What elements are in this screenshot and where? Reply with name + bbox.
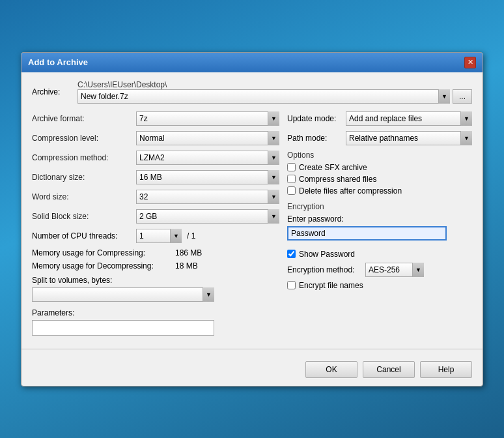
word-size-control[interactable]: 32 ▼ [136,190,279,204]
compression-method-row: Compression method: LZMA2 ▼ [32,151,279,165]
path-mode-control[interactable]: Relative pathnames ▼ [346,131,472,145]
browse-button[interactable]: ... [453,89,472,104]
dictionary-size-row: Dictionary size: 16 MB ▼ [32,170,279,184]
options-section: Options Create SFX archive Compress shar… [287,151,472,196]
cpu-threads-suffix: / 1 [187,231,195,241]
parameters-section: Parameters: [32,308,279,336]
encrypt-filenames-row: Encrypt file names [287,281,472,290]
solid-block-size-label: Solid Block size: [32,212,136,221]
encryption-method-control[interactable]: AES-256 ▼ [365,263,424,277]
cancel-button[interactable]: Cancel [363,361,415,378]
create-sfx-checkbox[interactable] [287,163,296,171]
cpu-threads-label: Number of CPU threads: [32,231,136,241]
encrypt-filenames-checkbox[interactable] [287,281,296,289]
compress-shared-label: Compress shared files [299,175,376,184]
memory-compress-label: Memory usage for Compressing: [32,248,175,257]
show-password-checkbox[interactable] [287,250,296,258]
update-mode-control[interactable]: Add and replace files ▼ [346,111,472,126]
parameters-input[interactable] [32,320,214,336]
dictionary-size-control[interactable]: 16 MB ▼ [136,170,279,184]
archive-format-row: Archive format: 7z ▼ [32,111,279,126]
delete-after-label: Delete files after compression [299,186,402,196]
ok-button[interactable]: OK [305,361,357,378]
main-content: Archive format: 7z ▼ Compression level: … [32,111,472,336]
word-size-row: Word size: 32 ▼ [32,190,279,204]
enter-password-label: Enter password: [287,214,472,224]
show-password-row: Show Password [287,250,472,259]
archive-format-control[interactable]: 7z ▼ [136,111,279,126]
update-mode-label: Update mode: [287,114,346,123]
memory-decompress-label: Memory usage for Decompressing: [32,261,175,270]
create-sfx-label: Create SFX archive [299,163,367,172]
compression-method-select[interactable]: LZMA2 [136,151,279,165]
encryption-section: Encryption Enter password: Show Password… [287,202,472,290]
dictionary-size-select[interactable]: 16 MB [136,170,279,184]
split-volumes-label: Split to volumes, bytes: [32,276,279,285]
show-password-label: Show Password [299,250,355,259]
compress-shared-row: Compress shared files [287,175,472,184]
path-mode-select[interactable]: Relative pathnames [346,131,472,145]
memory-compress-row: Memory usage for Compressing: 186 MB [32,248,279,257]
options-title: Options [287,151,472,160]
archive-row: Archive: C:\Users\IEUser\Desktop\ New fo… [32,80,472,104]
word-size-label: Word size: [32,192,136,201]
archive-filename-select[interactable]: New folder.7z [77,89,450,104]
compression-method-label: Compression method: [32,153,136,162]
update-mode-row: Update mode: Add and replace files ▼ [287,111,472,126]
cpu-threads-control[interactable]: 1 ▼ [136,229,182,243]
password-input[interactable] [287,226,447,241]
left-panel: Archive format: 7z ▼ Compression level: … [32,111,279,336]
split-volumes-section: Split to volumes, bytes: ▼ [32,276,279,302]
compression-level-row: Compression level: Normal ▼ [32,131,279,145]
update-mode-select[interactable]: Add and replace files [346,111,472,126]
solid-block-size-row: Solid Block size: 2 GB ▼ [32,209,279,224]
footer: OK Cancel Help [21,356,483,386]
archive-filename-combo[interactable]: New folder.7z ▼ [77,89,450,104]
archive-combo: New folder.7z ▼ ... [77,89,472,104]
word-size-select[interactable]: 32 [136,190,279,204]
right-panel: Update mode: Add and replace files ▼ Pat… [287,111,472,336]
help-button[interactable]: Help [420,361,472,378]
encryption-method-select[interactable]: AES-256 [365,263,424,277]
add-to-archive-dialog: Add to Archive ✕ Archive: C:\Users\IEUse… [21,52,483,387]
path-mode-label: Path mode: [287,134,346,143]
title-bar: Add to Archive ✕ [21,53,483,72]
cpu-threads-select[interactable]: 1 [136,229,182,243]
parameters-label: Parameters: [32,308,279,317]
compression-level-select[interactable]: Normal [136,131,279,145]
memory-compress-value: 186 MB [175,248,202,257]
archive-path: C:\Users\IEUser\Desktop\ [77,80,472,89]
encryption-title: Encryption [287,202,472,211]
compress-shared-checkbox[interactable] [287,175,296,183]
compression-method-control[interactable]: LZMA2 ▼ [136,151,279,165]
solid-block-size-select[interactable]: 2 GB [136,209,279,224]
delete-after-checkbox[interactable] [287,186,296,195]
delete-after-row: Delete files after compression [287,186,472,196]
memory-decompress-value: 18 MB [175,261,198,270]
split-volumes-combo[interactable]: ▼ [32,287,214,302]
dialog-body: Archive: C:\Users\IEUser\Desktop\ New fo… [21,72,483,342]
create-sfx-row: Create SFX archive [287,163,472,172]
memory-decompress-row: Memory usage for Decompressing: 18 MB [32,261,279,270]
path-mode-row: Path mode: Relative pathnames ▼ [287,131,472,145]
archive-path-container: C:\Users\IEUser\Desktop\ New folder.7z ▼… [77,80,472,104]
encryption-method-row: Encryption method: AES-256 ▼ [287,263,472,277]
split-volumes-select[interactable] [32,287,214,302]
compression-level-control[interactable]: Normal ▼ [136,131,279,145]
archive-format-select[interactable]: 7z [136,111,279,126]
dictionary-size-label: Dictionary size: [32,173,136,182]
dialog-title: Add to Archive [28,57,88,67]
archive-format-label: Archive format: [32,114,136,123]
archive-label: Archive: [32,87,77,96]
encrypt-filenames-label: Encrypt file names [299,281,363,290]
solid-block-size-control[interactable]: 2 GB ▼ [136,209,279,224]
cpu-threads-row: Number of CPU threads: 1 ▼ / 1 [32,229,279,243]
compression-level-label: Compression level: [32,134,136,143]
close-button[interactable]: ✕ [464,57,476,68]
footer-divider [21,349,483,349]
encryption-method-label: Encryption method: [287,265,365,274]
